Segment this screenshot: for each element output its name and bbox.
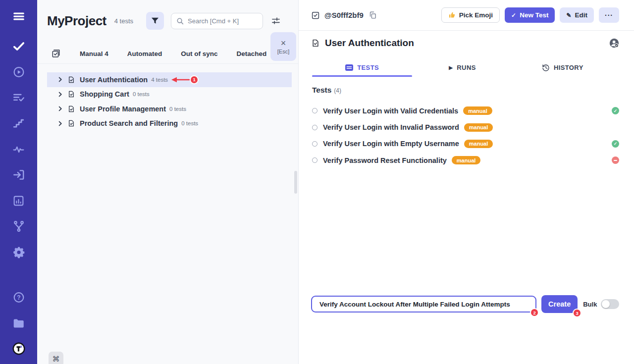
status-passed-icon — [612, 140, 619, 148]
tab-history-label: HISTORY — [554, 64, 583, 71]
annotation-badge-2: 2 — [531, 309, 538, 316]
select-radio[interactable] — [312, 141, 317, 147]
annotation-badge-1: 1 — [191, 76, 198, 83]
bulk-toggle[interactable] — [601, 299, 619, 309]
menu-icon[interactable] — [12, 10, 25, 23]
select-radio[interactable] — [312, 157, 317, 163]
tab-history[interactable]: HISTORY — [513, 59, 613, 76]
suite-label: User Authentication — [80, 76, 148, 84]
steps-icon[interactable] — [12, 117, 25, 130]
tab-automated[interactable]: Automated — [127, 50, 162, 57]
adjustments-icon[interactable] — [271, 16, 281, 26]
annotation-arrow-1: 1 — [171, 76, 198, 83]
bulk-label: Bulk — [583, 301, 597, 308]
clipboard-check-icon[interactable] — [51, 49, 61, 58]
project-panel: MyProject 4 tests × [Esc] Manual 4 Autom… — [37, 0, 299, 364]
play-circle-icon[interactable] — [12, 65, 25, 78]
new-test-button[interactable]: ✓ New Test — [505, 7, 555, 23]
tab-manual[interactable]: Manual 4 — [80, 50, 108, 57]
list-check-icon[interactable] — [12, 91, 25, 104]
pick-emoji-button[interactable]: Pick Emoji — [441, 7, 500, 23]
esc-hint-label: [Esc] — [277, 49, 289, 54]
create-test-bar: 2 Create 3 Bulk — [311, 295, 619, 313]
project-title: MyProject — [47, 13, 106, 29]
assignee-avatar[interactable] — [609, 38, 619, 48]
funnel-icon — [150, 16, 160, 26]
doc-check-icon — [67, 76, 75, 84]
svg-text:?: ? — [17, 294, 20, 301]
test-row[interactable]: Verify User Login with Valid Credentials… — [312, 103, 619, 119]
command-shortcut-button[interactable]: ⌘ — [49, 352, 63, 364]
chevron-right-icon[interactable] — [57, 120, 63, 127]
new-test-label: New Test — [520, 11, 548, 19]
check-icon[interactable] — [12, 40, 25, 52]
tab-runs[interactable]: ▶ RUNS — [412, 59, 512, 76]
tests-list: Verify User Login with Valid Credentials… — [312, 103, 619, 169]
doc-check-icon — [67, 105, 75, 113]
manual-badge: manual — [463, 106, 492, 115]
suite-title: User Authentication — [325, 38, 414, 49]
copy-icon[interactable] — [369, 11, 377, 19]
gear-icon[interactable] — [12, 246, 25, 259]
app-logo[interactable] — [12, 342, 25, 355]
app-rail: ? — [0, 0, 37, 364]
more-button[interactable]: ··· — [599, 7, 619, 23]
search-input[interactable] — [188, 17, 257, 25]
header-actions: Pick Emoji ✓ New Test ✎ Edit ··· — [441, 7, 619, 23]
filter-tab-bar: Manual 4 Automated Out of sync Detached — [37, 48, 298, 64]
search-box[interactable] — [171, 13, 263, 29]
tests-heading-label: Tests — [312, 86, 331, 95]
filter-button[interactable] — [146, 12, 164, 30]
play-icon: ▶ — [449, 65, 453, 70]
test-row[interactable]: Verify Password Reset Functionality manu… — [312, 152, 619, 168]
edit-button[interactable]: ✎ Edit — [560, 7, 594, 23]
test-row[interactable]: Verify User Login with Invalid Password … — [312, 119, 619, 135]
pick-emoji-label: Pick Emoji — [459, 11, 493, 19]
select-radio[interactable] — [312, 125, 317, 130]
chevron-right-icon[interactable] — [57, 91, 63, 98]
create-label: Create — [548, 300, 571, 308]
activity-icon[interactable] — [12, 143, 25, 156]
project-header: MyProject 4 tests — [37, 0, 298, 30]
project-test-count: 4 tests — [114, 17, 133, 25]
chevron-right-icon[interactable] — [57, 105, 63, 112]
tree-row-product-search-and-filtering[interactable]: Product Search and Filtering 0 tests — [47, 116, 292, 131]
scrollbar-thumb[interactable] — [294, 171, 297, 194]
tab-detached[interactable]: Detached — [237, 50, 267, 57]
check-icon: ✓ — [511, 12, 516, 19]
tree-row-user-profile-management[interactable]: User Profile Management 0 tests — [47, 102, 292, 116]
suite-count: 4 tests — [151, 77, 168, 83]
branch-icon[interactable] — [12, 220, 25, 233]
detail-tab-bar: TESTS ▶ RUNS HISTORY — [312, 59, 613, 76]
test-row[interactable]: Verify User Login with Empty Username ma… — [312, 136, 619, 152]
history-icon — [542, 64, 550, 72]
tab-tests[interactable]: TESTS — [312, 59, 412, 76]
tab-out-of-sync[interactable]: Out of sync — [181, 50, 217, 57]
suite-count: 0 tests — [181, 120, 198, 126]
close-icon: × — [281, 39, 286, 47]
suite-tree: User Authentication 4 tests 1 Shopping C… — [37, 72, 298, 131]
sign-in-icon[interactable] — [12, 168, 25, 181]
suite-label: Shopping Cart — [80, 90, 129, 98]
bar-chart-icon[interactable] — [12, 194, 25, 207]
manual-badge: manual — [452, 156, 481, 164]
chevron-right-icon[interactable] — [57, 76, 63, 83]
tab-tests-label: TESTS — [357, 64, 379, 71]
folder-icon[interactable] — [12, 316, 25, 329]
tree-row-shopping-cart[interactable]: Shopping Cart 0 tests — [47, 87, 292, 102]
new-test-name-wrapper: 2 — [311, 296, 536, 312]
task-check-icon — [311, 11, 320, 20]
help-icon[interactable]: ? — [12, 291, 25, 304]
test-name: Verify Password Reset Functionality — [323, 156, 447, 164]
create-button[interactable]: Create 3 — [541, 295, 578, 313]
suite-count: 0 tests — [169, 106, 186, 112]
manual-badge: manual — [464, 123, 493, 132]
doc-check-icon — [67, 90, 75, 98]
tree-row-user-authentication[interactable]: User Authentication 4 tests 1 — [47, 72, 292, 87]
dismiss-filter-button[interactable]: × [Esc] — [270, 32, 296, 61]
detail-header: @S0fff2bf9 Pick Emoji ✓ New Test ✎ Edit … — [299, 0, 634, 31]
pencil-icon: ✎ — [566, 12, 571, 19]
test-name: Verify User Login with Valid Credentials — [323, 107, 458, 115]
select-radio[interactable] — [312, 108, 317, 113]
new-test-name-input[interactable] — [311, 296, 536, 312]
